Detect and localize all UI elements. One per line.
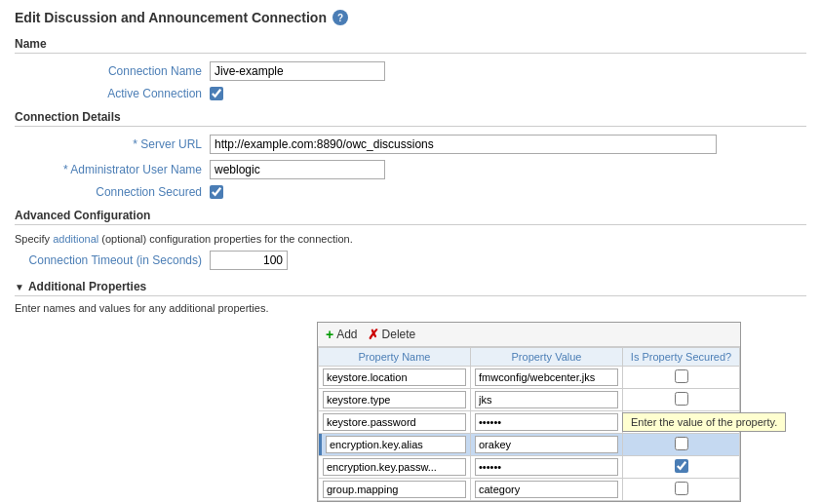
connection-details-header: Connection Details [15, 110, 806, 127]
col-header-value: Property Value [471, 348, 623, 367]
additional-properties-header[interactable]: ▼ Additional Properties [15, 280, 806, 296]
table-toolbar: + Add ✗ Delete [318, 323, 740, 347]
property-secured-checkbox[interactable] [675, 459, 688, 473]
additional-properties-section: ▼ Additional Properties Enter names and … [15, 280, 806, 502]
active-connection-label: Active Connection [15, 87, 210, 100]
property-name-input[interactable] [323, 481, 466, 498]
connection-details-section: Connection Details * Server URL * Admini… [15, 110, 806, 199]
property-name-input[interactable] [323, 368, 466, 386]
additional-properties-desc: Enter names and values for any additiona… [15, 302, 806, 314]
advanced-config-section: Advanced Configuration Specify additiona… [15, 209, 806, 270]
server-url-row: * Server URL [15, 135, 806, 154]
server-url-input[interactable] [210, 135, 717, 154]
timeout-row: Connection Timeout (in Seconds) [15, 251, 806, 270]
admin-user-input[interactable] [210, 160, 385, 179]
delete-button[interactable]: ✗ Delete [368, 327, 416, 342]
add-label: Add [336, 328, 357, 341]
delete-label: Delete [382, 328, 416, 341]
table-row [319, 479, 740, 501]
page-container: Edit Discussion and Announcement Connect… [0, 0, 821, 504]
property-secured-checkbox[interactable] [675, 437, 688, 450]
server-url-label: * Server URL [15, 137, 210, 151]
admin-user-row: * Administrator User Name [15, 160, 806, 179]
connection-name-label: Connection Name [15, 64, 210, 78]
connection-secured-row: Connection Secured [15, 185, 806, 199]
property-name-input[interactable] [323, 391, 466, 408]
property-value-input[interactable] [475, 436, 618, 453]
table-row [319, 367, 740, 389]
name-section-header: Name [15, 37, 806, 54]
property-name-input[interactable] [323, 458, 466, 476]
property-value-tooltip: Enter the value of the property. [622, 412, 786, 432]
active-connection-row: Active Connection [15, 87, 806, 100]
col-header-name: Property Name [319, 348, 471, 367]
table-row [319, 434, 740, 456]
col-header-secured: Is Property Secured? [623, 348, 740, 367]
page-title: Edit Discussion and Announcement Connect… [15, 10, 327, 25]
collapse-icon: ▼ [15, 282, 24, 292]
property-secured-checkbox[interactable] [675, 392, 688, 406]
additional-link[interactable]: additional [53, 233, 98, 245]
property-value-input[interactable] [475, 368, 618, 386]
connection-secured-label: Connection Secured [15, 185, 210, 199]
connection-secured-checkbox[interactable] [210, 185, 223, 199]
page-title-row: Edit Discussion and Announcement Connect… [15, 10, 806, 25]
property-value-input[interactable] [475, 391, 618, 408]
delete-icon: ✗ [368, 327, 379, 342]
advanced-config-header: Advanced Configuration [15, 209, 806, 225]
table-row: Enter the value of the property. [319, 411, 740, 434]
property-value-input[interactable] [475, 481, 618, 498]
connection-name-row: Connection Name [15, 61, 806, 81]
add-button[interactable]: + Add [326, 327, 358, 342]
connection-name-input[interactable] [210, 61, 385, 81]
property-secured-checkbox[interactable] [675, 482, 688, 495]
active-connection-checkbox[interactable] [210, 87, 223, 100]
property-name-input[interactable] [326, 436, 466, 453]
timeout-input[interactable] [210, 251, 288, 270]
add-icon: + [326, 327, 333, 342]
table-header-row: Property Name Property Value Is Property… [319, 348, 740, 367]
help-icon[interactable]: ? [332, 10, 348, 25]
timeout-label: Connection Timeout (in Seconds) [15, 253, 210, 267]
property-value-input[interactable] [475, 458, 618, 476]
property-name-input[interactable] [323, 413, 466, 431]
properties-table-container: + Add ✗ Delete Property Name Property Va… [317, 322, 741, 502]
name-section: Name Connection Name Active Connection [15, 37, 806, 100]
advanced-config-desc: Specify additional (optional) configurat… [15, 233, 806, 245]
table-row [319, 456, 740, 479]
table-row [319, 389, 740, 411]
properties-table: Property Name Property Value Is Property… [318, 347, 740, 501]
property-secured-checkbox[interactable] [675, 369, 688, 383]
property-value-input[interactable] [475, 413, 618, 431]
admin-user-label: * Administrator User Name [15, 163, 210, 176]
additional-properties-title: Additional Properties [28, 280, 146, 293]
